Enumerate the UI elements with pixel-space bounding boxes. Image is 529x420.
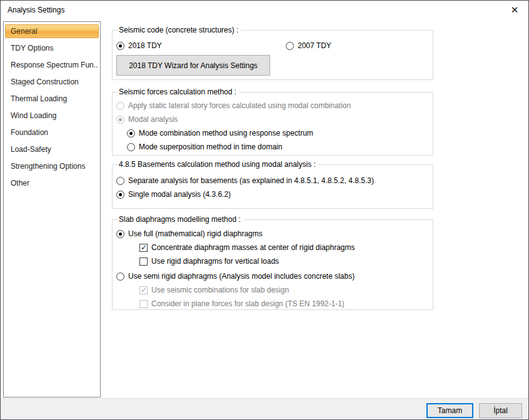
- checkbox-consider-in-plane-forces-for-slab-design: Consider in plane forces for slab design…: [113, 297, 433, 311]
- radio-use-full-mathematical-rigid-diaphragms[interactable]: Use full (mathematical) rigid diaphragms: [113, 227, 433, 241]
- group-seismic-forces-method: Seismic forces calculation method :Apply…: [112, 92, 433, 156]
- radio-icon: [116, 102, 124, 110]
- control-label: Apply static lateral story forces calcul…: [128, 101, 351, 110]
- radio-icon: [116, 191, 124, 199]
- control-label: Modal analysis: [128, 115, 178, 124]
- sidebar-item-wind-loading[interactable]: Wind Loading: [5, 109, 99, 122]
- sidebar-item-staged-construction[interactable]: Staged Construction: [5, 75, 99, 89]
- control-label: Use rigid diaphragms for vertical loads: [151, 257, 279, 266]
- close-icon[interactable]: ✕: [508, 4, 521, 16]
- title-bar: Analysis Settings ✕: [1, 1, 528, 19]
- group-basements-method: 4.8.5 Basements calculation method using…: [112, 164, 433, 209]
- sidebar-item-thermal-loading[interactable]: Thermal Loading: [5, 92, 99, 106]
- group-title: Seismic code (concrete structures) :: [118, 26, 241, 34]
- sidebar-item-foundation[interactable]: Foundation: [5, 126, 99, 139]
- radio-icon: [116, 272, 124, 281]
- wizard-button[interactable]: 2018 TDY Wizard for Analysis Settings: [116, 55, 270, 76]
- cancel-button[interactable]: İptal: [479, 403, 522, 418]
- sidebar-item-load-safety[interactable]: Load-Safety: [5, 142, 99, 156]
- radio-single-modal-analysis-4-3-6-2[interactable]: Single modal analysis (4.3.6.2): [113, 188, 433, 201]
- radio-mode-superposition-method-in-time-domain[interactable]: Mode superposition method in time domain: [113, 140, 433, 154]
- sidebar-item-general[interactable]: General: [5, 24, 99, 38]
- window-title: Analysis Settings: [8, 6, 64, 14]
- group-slab-diaphragms-method: Slab diaphragms modelling method :Use fu…: [112, 219, 433, 310]
- control-label: Single modal analysis (4.3.6.2): [128, 190, 231, 199]
- radio-icon: [127, 129, 135, 138]
- sidebar-item-tdy-options[interactable]: TDY Options: [5, 41, 99, 55]
- radio-label: 2018 TDY: [128, 41, 162, 50]
- checkbox-icon: [139, 286, 148, 294]
- radio-icon: [116, 230, 124, 238]
- sidebar-item-other[interactable]: Other: [5, 176, 99, 190]
- radio-icon: [116, 42, 124, 50]
- control-label: Mode superposition method in time domain: [139, 142, 282, 151]
- sidebar-item-strengthening-options[interactable]: Strengthening Options: [5, 159, 99, 173]
- control-label: Mode combination method using response s…: [139, 129, 313, 138]
- radio-use-semi-rigid-diaphragms-analysis-model[interactable]: Use semi rigid diaphragms (Analysis mode…: [113, 269, 433, 283]
- radio-mode-combination-method-using-response-s[interactable]: Mode combination method using response s…: [113, 126, 433, 140]
- checkbox-use-seismic-combinations-for-slab-design: Use seismic combinations for slab design: [113, 283, 433, 297]
- control-label: Concentrate diaphragm masses at center o…: [151, 243, 355, 252]
- radio-icon: [116, 116, 124, 124]
- checkbox-icon: [139, 258, 148, 266]
- group-seismic-code: Seismic code (concrete structures) : 201…: [112, 30, 433, 80]
- radio-icon: [127, 143, 135, 151]
- ok-button[interactable]: Tamam: [426, 403, 473, 418]
- group-title: 4.8.5 Basements calculation method using…: [118, 160, 318, 169]
- radio-separate-analysis-for-basements-as-expla[interactable]: Separate analysis for basements (as expl…: [113, 174, 433, 188]
- group-title: Slab diaphragms modelling method :: [118, 215, 243, 224]
- group-title: Seismic forces calculation method :: [118, 88, 239, 96]
- radio-2007-tdy[interactable]: 2007 TDY: [286, 41, 331, 50]
- control-label: Consider in plane forces for slab design…: [151, 299, 345, 308]
- radio-modal-analysis: Modal analysis: [113, 112, 433, 126]
- checkbox-icon: [139, 300, 148, 308]
- checkbox-concentrate-diaphragm-masses-at-center-o[interactable]: Concentrate diaphragm masses at center o…: [113, 241, 433, 254]
- control-label: Use seismic combinations for slab design: [151, 286, 289, 294]
- control-label: Use semi rigid diaphragms (Analysis mode…: [128, 272, 355, 281]
- analysis-settings-dialog: Analysis Settings ✕ GeneralTDY OptionsRe…: [0, 0, 529, 420]
- footer-bar: Tamam İptal: [1, 398, 528, 420]
- control-label: Separate analysis for basements (as expl…: [128, 176, 374, 185]
- radio-apply-static-lateral-story-forces-calcul: Apply static lateral story forces calcul…: [113, 99, 433, 112]
- radio-2018-tdy[interactable]: 2018 TDY: [116, 41, 162, 50]
- radio-label: 2007 TDY: [298, 41, 331, 50]
- radio-icon: [286, 42, 294, 50]
- control-label: Use full (mathematical) rigid diaphragms: [128, 229, 263, 238]
- checkbox-use-rigid-diaphragms-for-vertical-loads[interactable]: Use rigid diaphragms for vertical loads: [113, 254, 433, 268]
- radio-icon: [116, 177, 124, 185]
- checkbox-icon: [139, 244, 148, 252]
- sidebar-item-response-spectrum-fun[interactable]: Response Spectrum Fun...: [5, 58, 99, 72]
- sidebar-nav: GeneralTDY OptionsResponse Spectrum Fun.…: [3, 21, 101, 398]
